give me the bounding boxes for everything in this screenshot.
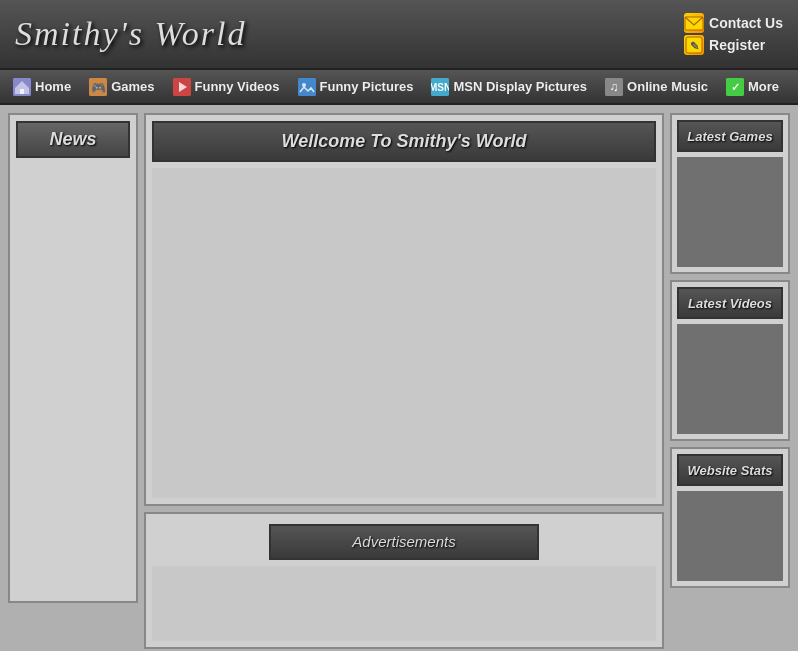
ads-label: Advertisements	[352, 533, 455, 550]
svg-text:♫: ♫	[610, 80, 619, 94]
latest-games-label: Latest Games	[687, 129, 772, 144]
music-icon: ♫	[605, 78, 623, 96]
website-stats-header: Website Stats	[677, 454, 783, 486]
nav-music[interactable]: ♫ Online Music	[597, 74, 716, 100]
msn-icon: MSN	[431, 78, 449, 96]
register-icon: ✎	[684, 35, 704, 55]
nav-msn[interactable]: MSN MSN Display Pictures	[423, 74, 595, 100]
nav-funny-videos[interactable]: Funny Videos	[165, 74, 288, 100]
videos-icon	[173, 78, 191, 96]
welcome-header: Wellcome To Smithy's World	[152, 121, 656, 162]
pictures-icon	[298, 78, 316, 96]
more-icon: ✓	[726, 78, 744, 96]
welcome-title: Wellcome To Smithy's World	[282, 131, 527, 151]
register-link[interactable]: ✎ Register	[684, 35, 765, 55]
navbar: Home 🎮 Games Funny Videos Funny Pictures…	[0, 70, 798, 105]
ads-body	[152, 566, 656, 641]
news-box: News	[8, 113, 138, 603]
main-container: News Wellcome To Smithy's World Advertis…	[0, 105, 798, 651]
left-sidebar: News	[8, 113, 138, 649]
nav-pictures-label: Funny Pictures	[320, 79, 414, 94]
right-sidebar: Latest Games Latest Videos Website Stats	[670, 113, 790, 649]
header: Smithy's World Contact Us ✎ Register	[0, 0, 798, 70]
latest-videos-label: Latest Videos	[688, 296, 772, 311]
contact-us-link[interactable]: Contact Us	[684, 13, 783, 33]
nav-funny-pictures[interactable]: Funny Pictures	[290, 74, 422, 100]
home-icon	[13, 78, 31, 96]
header-links: Contact Us ✎ Register	[684, 13, 783, 55]
ads-header: Advertisements	[269, 524, 539, 560]
site-title: Smithy's World	[15, 15, 246, 53]
latest-games-header: Latest Games	[677, 120, 783, 152]
mail-icon	[684, 13, 704, 33]
nav-music-label: Online Music	[627, 79, 708, 94]
latest-videos-body	[677, 324, 783, 434]
register-label: Register	[709, 37, 765, 53]
svg-rect-5	[20, 89, 24, 94]
contact-us-label: Contact Us	[709, 15, 783, 31]
ads-section: Advertisements	[144, 512, 664, 649]
welcome-body	[152, 168, 656, 498]
nav-games[interactable]: 🎮 Games	[81, 74, 162, 100]
games-icon: 🎮	[89, 78, 107, 96]
latest-games-section: Latest Games	[670, 113, 790, 274]
welcome-area: Wellcome To Smithy's World	[144, 113, 664, 506]
svg-rect-10	[298, 78, 316, 96]
center-content: Wellcome To Smithy's World Advertisement…	[144, 113, 664, 649]
website-stats-section: Website Stats	[670, 447, 790, 588]
website-stats-label: Website Stats	[687, 463, 772, 478]
nav-games-label: Games	[111, 79, 154, 94]
latest-videos-section: Latest Videos	[670, 280, 790, 441]
nav-msn-label: MSN Display Pictures	[453, 79, 587, 94]
news-label: News	[49, 129, 96, 149]
nav-more-label: More	[748, 79, 779, 94]
latest-games-body	[677, 157, 783, 267]
latest-videos-header: Latest Videos	[677, 287, 783, 319]
news-header: News	[16, 121, 130, 158]
nav-home[interactable]: Home	[5, 74, 79, 100]
svg-text:🎮: 🎮	[91, 80, 106, 95]
svg-text:✓: ✓	[730, 81, 739, 93]
nav-home-label: Home	[35, 79, 71, 94]
nav-more[interactable]: ✓ More	[718, 74, 787, 100]
nav-videos-label: Funny Videos	[195, 79, 280, 94]
svg-text:MSN: MSN	[431, 82, 449, 93]
svg-text:✎: ✎	[690, 40, 699, 52]
website-stats-body	[677, 491, 783, 581]
